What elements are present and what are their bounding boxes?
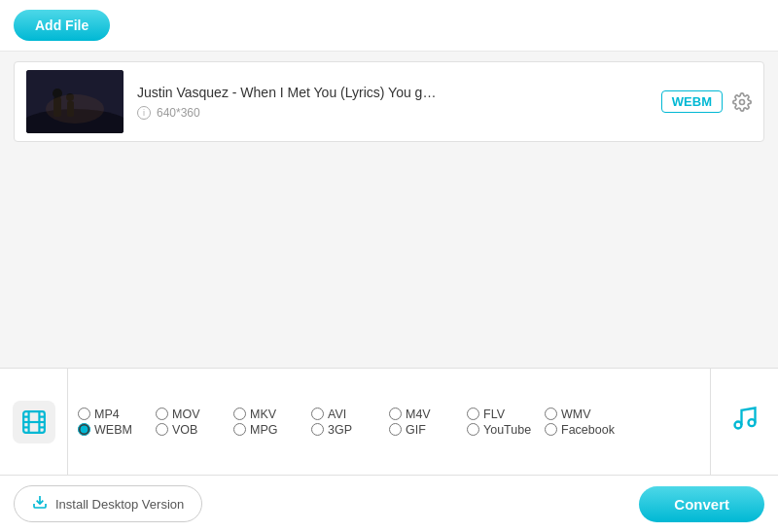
format-badge[interactable]: WEBM xyxy=(661,90,723,113)
action-bar: Install Desktop Version Convert xyxy=(0,475,778,532)
format-option-gif[interactable]: GIF xyxy=(389,423,467,437)
file-info: Justin Vasquez - When I Met You (Lyrics)… xyxy=(137,85,648,120)
file-meta: i 640*360 xyxy=(137,106,648,120)
format-option-wmv[interactable]: WMV xyxy=(545,408,622,421)
file-thumbnail xyxy=(26,70,124,133)
info-icon: i xyxy=(137,106,151,120)
format-option-avi[interactable]: AVI xyxy=(311,408,389,421)
format-option-mov[interactable]: MOV xyxy=(156,408,233,421)
format-option-facebook[interactable]: Facebook xyxy=(545,423,622,437)
file-list: Justin Vasquez - When I Met You (Lyrics)… xyxy=(0,52,778,368)
settings-button[interactable] xyxy=(732,92,752,112)
download-icon xyxy=(32,494,48,514)
svg-point-16 xyxy=(734,422,741,429)
format-option-webm[interactable]: WEBM xyxy=(78,423,156,437)
svg-point-17 xyxy=(748,419,755,426)
format-option-mkv[interactable]: MKV xyxy=(233,408,311,421)
format-option-3gp[interactable]: 3GP xyxy=(311,423,389,437)
format-option-youtube[interactable]: YouTube xyxy=(467,423,545,437)
svg-point-7 xyxy=(740,99,745,104)
format-options: MP4 MOV MKV AVI M4V FLV WMV WEBM VOB xyxy=(68,400,710,444)
bottom-panel: MP4 MOV MKV AVI M4V FLV WMV WEBM VOB xyxy=(0,368,778,475)
convert-button[interactable]: Convert xyxy=(639,486,764,522)
file-title: Justin Vasquez - When I Met You (Lyrics)… xyxy=(137,85,604,100)
format-option-m4v[interactable]: M4V xyxy=(389,408,467,421)
install-label: Install Desktop Version xyxy=(55,497,184,512)
format-option-flv[interactable]: FLV xyxy=(467,408,545,421)
file-item: Justin Vasquez - When I Met You (Lyrics)… xyxy=(14,61,764,142)
film-icon xyxy=(13,401,55,443)
file-actions: WEBM xyxy=(661,90,752,113)
add-file-button[interactable]: Add File xyxy=(14,10,110,41)
file-resolution: 640*360 xyxy=(157,106,200,120)
format-option-mp4[interactable]: MP4 xyxy=(78,408,156,421)
install-desktop-button[interactable]: Install Desktop Version xyxy=(14,485,202,522)
format-icon-area xyxy=(0,369,68,475)
music-icon-area xyxy=(710,369,778,475)
format-option-vob[interactable]: VOB xyxy=(156,423,233,437)
format-option-mpg[interactable]: MPG xyxy=(233,423,311,437)
top-bar: Add File xyxy=(0,0,778,52)
music-icon xyxy=(731,405,759,439)
svg-point-6 xyxy=(46,94,104,124)
